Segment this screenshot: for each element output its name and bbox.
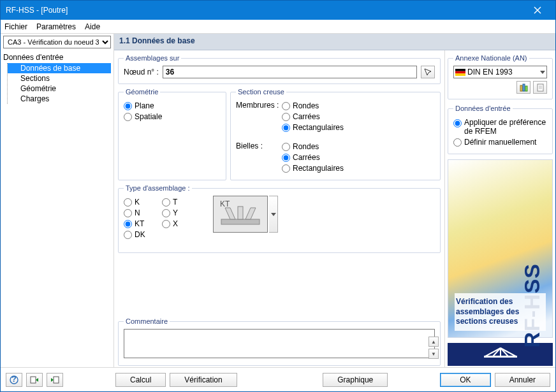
radio-brace-square[interactable]: Carrées <box>282 153 435 162</box>
legend-annex: Annexe Nationale (AN) <box>453 54 529 62</box>
annex-new-button[interactable] <box>533 81 547 94</box>
radio-brace-round[interactable]: Rondes <box>282 142 435 151</box>
menu-params[interactable]: Paramètres <box>36 22 76 31</box>
svg-marker-6 <box>245 208 256 219</box>
svg-rect-27 <box>54 377 59 383</box>
radio-type-x[interactable]: X <box>162 219 198 228</box>
legend-input-data: Données d'entrée <box>453 105 513 112</box>
tree-root[interactable]: Données d'entrée <box>3 53 111 62</box>
ok-button[interactable]: OK <box>440 373 490 387</box>
pick-icon <box>423 68 432 76</box>
svg-rect-11 <box>523 84 525 91</box>
node-label: Nœud n° : <box>124 68 159 76</box>
window-title: RF-HSS - [Poutre] <box>6 6 68 15</box>
radio-type-n[interactable]: N <box>124 208 159 217</box>
group-comment: Commentaire ▲ ▼ <box>118 317 441 366</box>
radio-define-manually[interactable]: Définir manuellement <box>453 138 547 147</box>
group-input-data: Données d'entrée Appliquer de préférence… <box>448 105 553 154</box>
joint-kt-icon: KT <box>217 200 263 228</box>
radio-chord-square[interactable]: Carrées <box>282 112 435 121</box>
legend-hollow-section: Section creuse <box>236 88 286 96</box>
import-button[interactable] <box>26 373 43 387</box>
export-icon <box>50 375 59 384</box>
app-window: RF-HSS - [Poutre] Fichier Paramètres Aid… <box>0 0 556 392</box>
radio-type-kt[interactable]: KT <box>124 219 159 228</box>
nav-tree: Données d'entrée Données de base Section… <box>1 50 114 367</box>
library-icon <box>520 83 528 92</box>
brand-pane: RF-HSS Vérification des assemblages des … <box>448 159 553 338</box>
radio-chord-round[interactable]: Rondes <box>282 101 435 110</box>
help-icon: ? <box>10 375 18 384</box>
tree-item-charges[interactable]: Charges <box>8 94 111 104</box>
window-close-button[interactable] <box>525 1 550 20</box>
radio-plane[interactable]: Plane <box>124 101 221 110</box>
footer: ? Calcul Vérification Graphique OK Annul… <box>1 367 555 391</box>
svg-rect-9 <box>455 73 465 76</box>
svg-text:KT: KT <box>220 200 230 208</box>
tree-item-donnees-de-base[interactable]: Données de base <box>8 63 111 73</box>
page-icon <box>536 83 545 92</box>
comment-scroll-down[interactable]: ▼ <box>428 349 439 359</box>
legend-joint-type: Type d'assemblage : <box>124 184 192 192</box>
legend-comment: Commentaire <box>124 317 170 325</box>
bridge-icon <box>481 347 520 362</box>
export-button[interactable] <box>47 373 63 387</box>
radio-type-dk[interactable]: DK <box>124 230 159 239</box>
radio-type-k[interactable]: K <box>124 198 159 207</box>
legend-assemblies: Assemblages sur <box>124 54 181 62</box>
svg-rect-7 <box>455 69 465 71</box>
joint-type-dropdown[interactable] <box>269 196 278 233</box>
case-selector[interactable]: CA3 - Vérification du noeud 36 <box>3 36 111 48</box>
group-joint-type: Type d'assemblage : K N KT DK T Y X <box>118 184 441 253</box>
legend-geometry: Géométrie <box>124 88 160 96</box>
svg-rect-12 <box>525 86 527 91</box>
comment-scroll-up[interactable]: ▲ <box>428 337 439 347</box>
svg-rect-5 <box>238 207 243 219</box>
chevron-down-icon <box>271 213 276 216</box>
titlebar: RF-HSS - [Poutre] <box>1 1 555 20</box>
graph-button[interactable]: Graphique <box>323 373 388 387</box>
tree-item-sections[interactable]: Sections <box>8 73 111 83</box>
right-column: Annexe Nationale (AN) DIN EN 1993 <box>444 50 555 367</box>
import-icon <box>30 375 39 384</box>
radio-type-y[interactable]: Y <box>162 208 198 217</box>
flag-de-icon <box>455 69 465 76</box>
form-area: Assemblages sur Nœud n° : Géométrie Plan… <box>114 50 444 367</box>
cancel-button[interactable]: Annuler <box>495 373 550 387</box>
chevron-down-icon <box>540 71 545 74</box>
annex-edit-button[interactable] <box>516 81 530 94</box>
svg-rect-8 <box>455 71 465 73</box>
tree-item-geometrie[interactable]: Géométrie <box>8 83 111 94</box>
comment-input[interactable] <box>124 329 435 358</box>
group-hollow-section: Section creuse Membrures : Rondes Carrée… <box>230 88 441 180</box>
annex-selector[interactable]: DIN EN 1993 <box>453 66 547 78</box>
svg-rect-10 <box>520 85 522 91</box>
pick-node-button[interactable] <box>421 66 435 78</box>
body: Données d'entrée Données de base Section… <box>1 50 555 367</box>
group-geometry: Géométrie Plane Spatiale <box>118 88 226 180</box>
help-button[interactable]: ? <box>6 373 22 387</box>
header-row: CA3 - Vérification du noeud 36 1.1 Donné… <box>1 34 555 50</box>
svg-rect-3 <box>221 219 260 224</box>
close-icon <box>534 6 541 14</box>
case-select-wrap: CA3 - Vérification du noeud 36 <box>1 34 114 50</box>
menu-file[interactable]: Fichier <box>4 22 27 31</box>
radio-chord-rect[interactable]: Rectangulaires <box>282 123 435 132</box>
calc-button[interactable]: Calcul <box>115 373 166 387</box>
menubar: Fichier Paramètres Aide <box>1 20 555 34</box>
chord-label: Membrures : <box>236 99 282 110</box>
menu-help[interactable]: Aide <box>85 22 100 31</box>
radio-apply-rfem[interactable]: Appliquer de préférence de RFEM <box>453 118 547 136</box>
node-input[interactable] <box>163 66 417 78</box>
radio-spatiale[interactable]: Spatiale <box>124 112 221 121</box>
panel-header: 1.1 Données de base <box>114 34 555 50</box>
radio-brace-rect[interactable]: Rectangulaires <box>282 164 435 173</box>
radio-type-t[interactable]: T <box>162 198 198 207</box>
svg-marker-4 <box>225 208 235 219</box>
brace-label: Bielles : <box>236 140 282 150</box>
svg-text:?: ? <box>11 375 16 384</box>
brand-subtitle: Vérification des assemblages des section… <box>455 293 546 331</box>
joint-type-preview: KT <box>213 196 268 233</box>
verify-button[interactable]: Vérification <box>170 373 237 387</box>
svg-rect-26 <box>31 377 36 383</box>
